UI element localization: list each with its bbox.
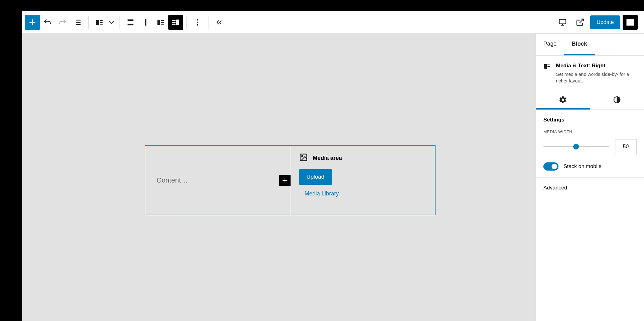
svg-rect-4 (128, 19, 134, 21)
svg-rect-0 (96, 20, 99, 25)
letterbox-top-bar (0, 0, 644, 11)
tool-tab-settings[interactable] (536, 91, 590, 110)
media-text-icon (543, 63, 551, 84)
media-column[interactable]: Media area Upload Media Library (290, 146, 435, 215)
svg-rect-19 (627, 19, 634, 25)
svg-rect-6 (145, 19, 147, 25)
svg-point-21 (302, 155, 303, 157)
styles-icon (613, 96, 621, 104)
media-library-link[interactable]: Media Library (305, 190, 339, 197)
media-right-button[interactable] (168, 15, 183, 30)
stack-on-mobile-row: Stack on mobile (543, 162, 636, 171)
sidebar-tool-tabs (536, 91, 644, 110)
block-info-header: Media & Text: Right Set media and words … (536, 56, 644, 91)
media-width-row (543, 139, 636, 154)
svg-rect-8 (161, 20, 164, 21)
content-placeholder: Content… (157, 176, 188, 184)
content-column[interactable]: Content… (145, 146, 290, 215)
toolbar-left-group (25, 15, 227, 30)
media-header-row: Media area (299, 153, 426, 163)
chevrons-left-icon (215, 18, 224, 27)
block-description: Set media and words side-by- for a riche… (556, 71, 636, 84)
toolbar-right-group: Update (555, 15, 641, 30)
update-button[interactable]: Update (590, 15, 620, 29)
svg-rect-12 (173, 22, 175, 22)
image-icon (299, 153, 308, 163)
chevron-down-icon (107, 18, 116, 27)
svg-rect-22 (544, 64, 547, 69)
redo-button[interactable] (55, 15, 70, 30)
svg-rect-13 (173, 24, 175, 24)
svg-rect-7 (158, 20, 160, 25)
toolbar-separator-4 (208, 16, 208, 29)
svg-rect-2 (100, 22, 103, 22)
svg-point-17 (197, 24, 198, 25)
gear-icon (559, 96, 567, 104)
media-left-icon (156, 18, 165, 27)
svg-rect-18 (559, 19, 566, 24)
svg-rect-1 (100, 20, 103, 21)
svg-rect-10 (161, 24, 164, 24)
toolbar-separator (88, 16, 89, 29)
media-width-slider[interactable] (543, 146, 609, 147)
vertical-align-icon (141, 18, 150, 27)
plus-icon (281, 177, 288, 184)
block-type-dropdown[interactable] (107, 15, 116, 30)
svg-rect-5 (128, 24, 134, 25)
desktop-icon (558, 18, 567, 27)
editor-top-toolbar: Update (22, 11, 644, 34)
sidebar-tabs: Page Block (536, 34, 644, 56)
media-text-icon (95, 18, 104, 27)
tab-block[interactable]: Block (564, 34, 595, 55)
redo-icon (58, 18, 67, 27)
block-title: Media & Text: Right (556, 63, 636, 69)
toolbar-separator-2 (119, 16, 120, 29)
svg-rect-14 (176, 20, 179, 25)
media-text-block[interactable]: Content… Media area Upload Media Librar (145, 145, 436, 215)
tool-tab-styles[interactable] (590, 91, 644, 110)
stack-on-mobile-toggle[interactable] (543, 162, 558, 171)
svg-rect-9 (161, 22, 164, 22)
block-info-text: Media & Text: Right Set media and words … (556, 63, 636, 84)
toolbar-separator-3 (186, 16, 187, 29)
settings-panel: Settings MEDIA WIDTH Stack on mobile (536, 110, 644, 178)
svg-rect-3 (100, 24, 103, 24)
panel-icon (626, 18, 635, 27)
view-button[interactable] (555, 15, 570, 30)
media-width-input[interactable] (615, 139, 636, 154)
svg-rect-25 (547, 68, 550, 68)
editor-canvas[interactable]: Content… Media area Upload Media Librar (22, 34, 536, 321)
sidebar-toggle-button[interactable] (623, 15, 638, 30)
inspector-sidebar: Page Block Media & Text: Right Set media… (536, 34, 644, 321)
list-view-icon (73, 18, 82, 27)
undo-button[interactable] (40, 15, 55, 30)
block-appender-button[interactable] (279, 175, 291, 186)
media-area-title: Media area (313, 155, 342, 161)
media-width-label: MEDIA WIDTH (543, 129, 636, 134)
svg-rect-11 (173, 20, 175, 21)
external-link-icon (576, 18, 585, 27)
svg-point-16 (197, 21, 198, 23)
vertical-align-button[interactable] (138, 15, 153, 30)
media-right-icon (171, 18, 180, 27)
block-type-button[interactable] (92, 15, 107, 30)
toolbar-collapse-button[interactable] (212, 15, 227, 30)
external-preview-button[interactable] (573, 15, 588, 30)
media-left-button[interactable] (153, 15, 168, 30)
svg-rect-24 (547, 66, 550, 67)
align-none-button[interactable] (123, 15, 138, 30)
advanced-panel-toggle[interactable]: Advanced (536, 178, 644, 198)
stack-on-mobile-label: Stack on mobile (564, 163, 602, 170)
add-block-button[interactable] (25, 15, 40, 30)
plus-icon (28, 18, 37, 27)
svg-point-15 (197, 19, 198, 20)
align-none-icon (126, 18, 135, 27)
upload-button[interactable]: Upload (299, 169, 332, 185)
svg-rect-23 (547, 65, 550, 65)
settings-heading: Settings (543, 117, 636, 123)
undo-icon (43, 18, 52, 27)
more-options-button[interactable] (190, 15, 205, 30)
editor-app: Update Content… (22, 11, 644, 321)
tab-page[interactable]: Page (536, 34, 564, 55)
document-outline-button[interactable] (70, 15, 85, 30)
